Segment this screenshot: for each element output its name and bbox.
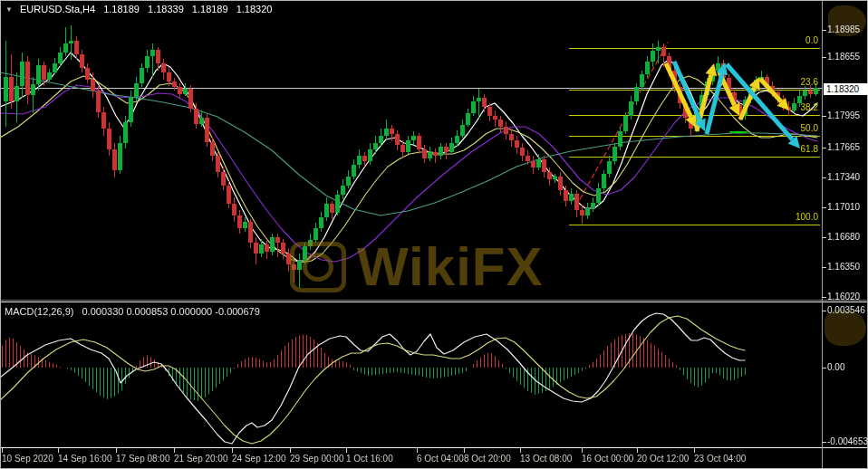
watermark-logo-icon [290,242,346,292]
time-axis-label: 6 Oct 04:00 [417,454,464,464]
price-axis-label: 1.16020 [827,292,860,302]
price-axis-label: 1.17665 [827,142,860,153]
macd-values: 0.000330 0.000853 0.000000 -0.000679 [82,306,259,317]
price-axis-label: 1.16680 [827,232,860,243]
fib-level-label: 50.0 [801,123,818,133]
macd-axis-label: 0.00 [827,362,844,373]
close-value: 1.18320 [236,4,273,14]
trading-chart-window: WikiFX ▼ EURUSD.Sta,H4 1.18189 1.18339 1… [0,0,868,469]
fib-level-label: 0.0 [805,35,818,45]
symbol-marker-triangle-icon: ▼ [5,5,13,14]
low-value: 1.18189 [192,4,228,14]
fib-level-label: 100.0 [796,212,818,222]
time-axis-label: 17 Sep 08:00 [116,454,170,464]
watermark: WikiFX [290,235,543,298]
time-axis-label: 10 Sep 2020 [2,454,53,464]
open-value: 1.18189 [103,4,140,14]
chart-title: ▼ EURUSD.Sta,H4 1.18189 1.18339 1.18189 … [5,4,272,14]
time-axis-label: 8 Oct 20:00 [464,454,511,464]
price-axis-label: 1.18655 [827,52,860,62]
symbol-period-label: EURUSD.Sta,H4 [20,4,95,14]
time-axis-label: 20 Oct 12:00 [637,454,689,464]
time-axis-label: 24 Sep 12:00 [232,454,286,464]
price-axis-label: 1.17995 [827,110,860,121]
time-axis-label: 29 Sep 00:00 [290,454,344,464]
time-axis-label: 21 Sep 20:00 [174,454,228,464]
price-axis-label: 1.17010 [827,202,860,213]
chart-canvas[interactable] [0,0,868,469]
fib-level-label: 38.2 [801,102,818,112]
time-axis-label: 14 Sep 16:00 [58,454,112,464]
watermark-text: WikiFX [357,235,543,298]
price-axis-label: 1.17340 [827,172,860,183]
time-axis-label: 1 Oct 16:00 [346,454,393,464]
fib-level-label: 23.6 [801,77,818,87]
high-value: 1.18339 [148,4,184,14]
price-axis-label: 1.16350 [827,262,860,273]
macd-axis-label: -0.004653 [827,436,868,447]
fib-level-label: 61.8 [801,144,818,154]
time-axis-label: 23 Oct 04:00 [694,454,746,464]
time-axis-label: 16 Oct 00:00 [582,454,633,464]
macd-axis-label: 0.003546 [827,305,865,316]
macd-name: MACD(12,26,9) [5,306,73,317]
current-price-tag: 1.18320 [824,83,868,95]
price-axis-label: 1.18985 [827,24,860,35]
time-axis-label: 13 Oct 08:00 [520,454,572,464]
macd-indicator-label: MACD(12,26,9) 0.000330 0.000853 0.000000… [5,306,260,317]
